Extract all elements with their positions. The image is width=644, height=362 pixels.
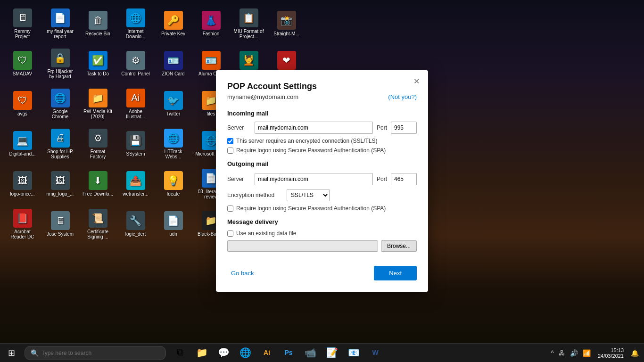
incoming-port-label: Port [377,124,387,131]
search-icon: 🔍 [31,349,39,357]
use-existing-row: Use an existing data file [227,230,417,237]
encryption-method-label: Encryption method [227,192,283,198]
next-button[interactable]: Next [374,266,417,280]
outgoing-port-label: Port [377,176,387,182]
word-button[interactable]: W [365,344,386,362]
illustrator-button[interactable]: Ai [256,344,277,362]
taskbar-search-input[interactable] [41,350,160,356]
folder-icon: 📁 [196,347,208,358]
outlook-icon: 📧 [348,347,360,358]
message-delivery-section: Message delivery Use an existing data fi… [227,218,417,252]
outgoing-spa-label: Require logon using Secure Password Auth… [236,205,386,212]
tray-wifi[interactable]: 📶 [581,348,592,358]
clock-time: 15:13 [598,347,624,353]
photoshop-icon: Ps [284,349,292,356]
file-explorer-button[interactable]: 📁 [191,344,212,362]
message-delivery-label: Message delivery [227,218,417,225]
use-existing-label: Use an existing data file [236,230,296,237]
taskbar-tray: ^ 🖧 🔊 📶 15:13 24/03/2021 🔔 [549,346,644,360]
dialog-subtitle: myname@mydomain.com (Not you?) [227,93,417,100]
outgoing-server-row: Server Port [227,173,417,185]
modal-overlay: ✕ POP Account Settings myname@mydomain.c… [0,0,644,362]
dialog-email: myname@mydomain.com [227,93,298,100]
browse-button[interactable]: Browse... [381,240,417,252]
sticky-notes-button[interactable]: 📝 [322,344,342,362]
task-view-icon: ⧉ [177,347,183,358]
task-view-button[interactable]: ⧉ [170,344,190,362]
dialog-footer: Go back Next [227,266,417,280]
clock-date: 24/03/2021 [598,353,624,359]
chrome-icon: 🌐 [239,347,251,358]
outgoing-spa-row: Require logon using Secure Password Auth… [227,205,417,212]
incoming-server-input[interactable] [255,122,373,134]
tray-volume[interactable]: 🔊 [569,348,579,358]
incoming-port-input[interactable] [391,122,417,134]
pop-account-settings-dialog: ✕ POP Account Settings myname@mydomain.c… [216,70,428,292]
encryption-row: Encryption method SSL/TLS STARTTLS None [227,189,417,201]
incoming-ssl-row: This server requires an encrypted connec… [227,138,417,144]
use-existing-checkbox[interactable] [227,230,233,237]
incoming-server-row: Server Port [227,122,417,134]
tray-network[interactable]: 🖧 [557,348,567,358]
encryption-method-select[interactable]: SSL/TLS STARTTLS None [287,189,330,201]
word-icon: W [372,349,378,356]
taskbar-search-box[interactable]: 🔍 [25,346,166,360]
zoom-button[interactable]: 📹 [300,344,321,362]
outgoing-spa-checkbox[interactable] [227,206,233,212]
incoming-spa-checkbox[interactable] [227,148,233,154]
photoshop-button[interactable]: Ps [278,344,299,362]
dialog-title: POP Account Settings [227,82,417,91]
tray-chevron[interactable]: ^ [549,348,555,358]
incoming-ssl-label: This server requires an encrypted connec… [236,138,377,144]
chrome-button[interactable]: 🌐 [235,344,256,362]
incoming-spa-row: Require logon using Secure Password Auth… [227,147,417,154]
start-button[interactable]: ⊞ [0,344,23,362]
notification-icon[interactable]: 🔔 [629,348,640,358]
incoming-mail-section-title: Incoming mail [227,110,417,117]
data-file-input[interactable] [227,240,378,252]
tray-clock[interactable]: 15:13 24/03/2021 [595,346,627,360]
incoming-ssl-checkbox[interactable] [227,138,233,144]
taskbar: ⊞ 🔍 ⧉ 📁 💬 🌐 Ai Ps 📹 📝 📧 [0,343,644,362]
not-you-link[interactable]: (Not you?) [388,93,417,100]
illustrator-icon: Ai [264,349,270,356]
sticky-notes-icon: 📝 [326,347,338,358]
teams-icon: 💬 [218,347,230,358]
zoom-icon: 📹 [305,347,316,358]
dialog-close-button[interactable]: ✕ [411,76,422,87]
go-back-button[interactable]: Go back [227,267,257,280]
tray-icons: ^ 🖧 🔊 📶 [549,348,592,358]
outgoing-server-label: Server [227,176,251,182]
outgoing-server-input[interactable] [255,173,373,185]
incoming-server-label: Server [227,124,251,131]
outgoing-port-input[interactable] [391,173,417,185]
incoming-spa-label: Require logon using Secure Password Auth… [236,147,386,154]
windows-icon: ⊞ [8,348,15,358]
data-file-row: Browse... [227,240,417,252]
outgoing-mail-section-title: Outgoing mail [227,160,417,167]
outlook-button[interactable]: 📧 [343,344,364,362]
teams-button[interactable]: 💬 [213,344,234,362]
taskbar-apps: ⧉ 📁 💬 🌐 Ai Ps 📹 📝 📧 W [168,344,388,362]
